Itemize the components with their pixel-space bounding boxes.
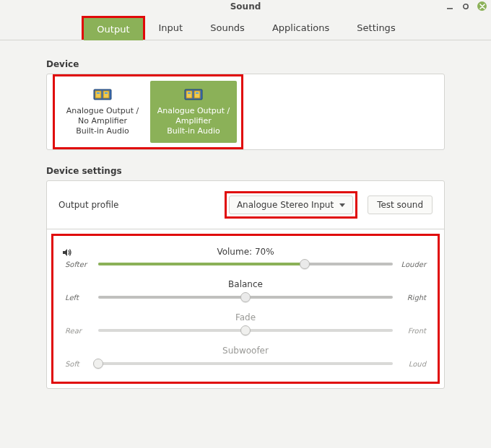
sliders-block: Volume: 70% Softer Louder Balance Left: [53, 236, 438, 382]
sound-settings-window: Sound Output Input Sounds Applications S…: [0, 0, 491, 448]
window-title: Sound: [230, 1, 261, 12]
highlight-device-cards: Analogue Output / No Amplifier Built-in …: [53, 74, 243, 149]
device-panel: Analogue Output / No Amplifier Built-in …: [46, 74, 445, 150]
subwoofer-left-label: Soft: [65, 360, 92, 368]
minimize-button[interactable]: [446, 2, 454, 11]
fade-right-label: Front: [399, 327, 426, 335]
test-sound-button[interactable]: Test sound: [368, 196, 433, 214]
highlight-output-tab: Output: [82, 16, 144, 40]
tabs-row: Output Input Sounds Applications Setting…: [0, 13, 491, 40]
highlight-sliders: Volume: 70% Softer Louder Balance Left: [51, 234, 440, 384]
device-card-line: No Amplifier: [78, 116, 127, 126]
sound-card-icon: [93, 87, 112, 102]
volume-left-label: Softer: [65, 260, 92, 268]
device-card-line: Analogue Output /: [66, 106, 139, 116]
fade-slider-row: Rear Front: [65, 325, 426, 335]
balance-group: Balance Left Right: [65, 279, 426, 302]
device-card-line: Analogue Output /: [157, 106, 230, 116]
subwoofer-group: Subwoofer Soft Loud: [65, 346, 426, 369]
subwoofer-title: Subwoofer: [65, 346, 426, 356]
volume-title-row: Volume: 70%: [65, 247, 426, 259]
fade-title: Fade: [65, 312, 426, 322]
balance-slider[interactable]: [98, 292, 393, 302]
balance-title: Balance: [65, 279, 426, 289]
volume-slider[interactable]: [98, 259, 393, 269]
profile-row: Output profile Analogue Stereo Input Tes…: [47, 181, 444, 229]
svg-rect-4: [103, 91, 109, 98]
volume-right-label: Louder: [399, 260, 426, 268]
device-card-0[interactable]: Analogue Output / No Amplifier Built-in …: [59, 81, 146, 143]
volume-group: Volume: 70% Softer Louder: [65, 247, 426, 269]
maximize-button[interactable]: [461, 2, 470, 11]
svg-rect-5: [97, 92, 100, 94]
tabs: Output Input Sounds Applications Setting…: [82, 16, 409, 40]
tab-output[interactable]: Output: [84, 18, 142, 40]
volume-slider-row: Softer Louder: [65, 259, 426, 269]
output-profile-label: Output profile: [58, 200, 118, 210]
device-card-1[interactable]: Analogue Output / Amplifier Built-in Aud…: [150, 81, 237, 143]
subwoofer-slider: [98, 359, 393, 369]
device-settings-label: Device settings: [46, 166, 445, 176]
titlebar: Sound: [0, 0, 491, 13]
highlight-profile-dropdown: Analogue Stereo Input: [225, 191, 357, 219]
balance-slider-row: Left Right: [65, 292, 426, 302]
subwoofer-slider-row: Soft Loud: [65, 359, 426, 369]
device-card-line: Built-in Audio: [167, 126, 220, 136]
device-settings-panel: Output profile Analogue Stereo Input Tes…: [46, 180, 445, 389]
output-profile-dropdown[interactable]: Analogue Stereo Input: [229, 196, 353, 214]
chevron-down-icon: [339, 203, 345, 207]
volume-title: Volume: 70%: [217, 247, 274, 257]
svg-rect-6: [105, 92, 108, 94]
tab-input[interactable]: Input: [145, 16, 197, 40]
svg-rect-8: [186, 91, 192, 98]
svg-rect-3: [95, 91, 101, 98]
svg-rect-10: [188, 92, 191, 94]
fade-left-label: Rear: [65, 327, 92, 335]
device-section-label: Device: [46, 59, 445, 69]
output-profile-value: Analogue Stereo Input: [237, 200, 334, 210]
device-card-line: Built-in Audio: [76, 126, 129, 136]
tab-sounds[interactable]: Sounds: [196, 16, 258, 40]
device-card-line: Amplifier: [175, 116, 212, 126]
volume-icon[interactable]: [62, 247, 72, 258]
svg-rect-9: [194, 91, 200, 98]
balance-right-label: Right: [399, 294, 426, 302]
content: Device Analogue Output / No Amplifi: [0, 40, 491, 389]
svg-rect-0: [447, 8, 453, 9]
fade-slider: [98, 325, 393, 335]
tab-settings[interactable]: Settings: [343, 16, 409, 40]
subwoofer-right-label: Loud: [399, 360, 426, 368]
fade-group: Fade Rear Front: [65, 312, 426, 335]
tab-applications[interactable]: Applications: [258, 16, 343, 40]
sound-card-icon: [184, 87, 203, 102]
svg-point-1: [464, 4, 468, 8]
window-controls: [446, 1, 487, 11]
balance-left-label: Left: [65, 294, 92, 302]
svg-rect-11: [196, 92, 199, 94]
close-button[interactable]: [477, 1, 487, 11]
